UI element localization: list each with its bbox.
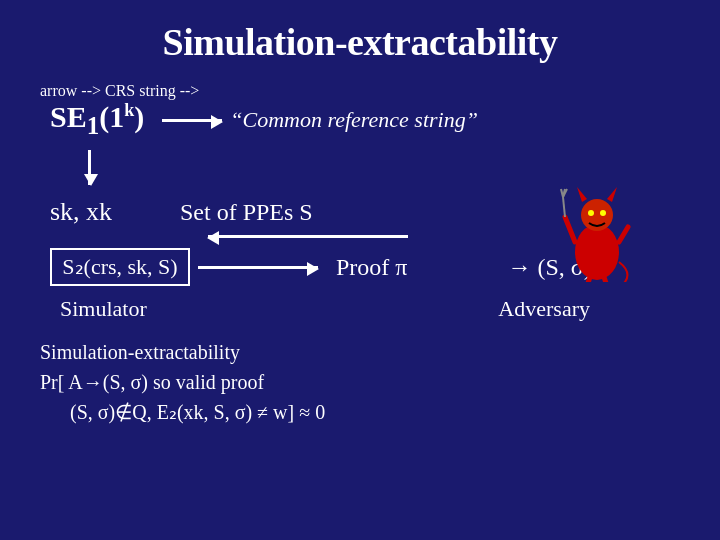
simulator-label: Simulator [60, 296, 147, 322]
arrow-down-icon [88, 150, 91, 185]
svg-line-11 [619, 227, 628, 242]
svg-line-13 [604, 277, 609, 282]
svg-point-4 [588, 210, 594, 216]
middle-section: sk, xk Set of PPEs S [50, 197, 680, 227]
se1-label: SE1(1k) [50, 100, 144, 140]
simulator-adversary-row: Simulator Adversary [50, 296, 670, 322]
s2-box: S₂(crs, sk, S) [50, 248, 190, 286]
svg-line-6 [565, 217, 575, 242]
svg-line-7 [563, 197, 565, 217]
devil-icon [560, 177, 635, 282]
bottom-line2: Pr[ A→(S, σ) so valid proof [40, 367, 680, 397]
crs-string: “Common reference string” [230, 107, 478, 133]
sk-xk-label: sk, xk [50, 197, 150, 227]
arrow-left-icon [208, 235, 408, 238]
slide: Simulation-extractability arrow --> CRS … [0, 0, 720, 540]
top-row: SE1(1k) “Common reference string” [50, 100, 680, 140]
proof-arrow-icon [198, 266, 318, 269]
set-ppes-label: Set of PPEs S [180, 199, 313, 226]
svg-point-0 [575, 224, 619, 280]
devil-figure [560, 177, 640, 287]
svg-point-5 [600, 210, 606, 216]
arrow-right-icon [162, 119, 222, 122]
svg-line-12 [585, 277, 590, 282]
slide-title: Simulation-extractability [40, 20, 680, 64]
bottom-line1: Simulation-extractability [40, 337, 680, 367]
bottom-text: Simulation-extractability Pr[ A→(S, σ) s… [40, 337, 680, 427]
proof-pi-label: Proof π [336, 254, 407, 281]
svg-marker-3 [607, 187, 617, 202]
adversary-label: Adversary [498, 296, 590, 322]
svg-marker-2 [577, 187, 587, 202]
bottom-line3: (S, σ)∉Q, E₂(xk, S, σ) ≠ w] ≈ 0 [70, 397, 680, 427]
